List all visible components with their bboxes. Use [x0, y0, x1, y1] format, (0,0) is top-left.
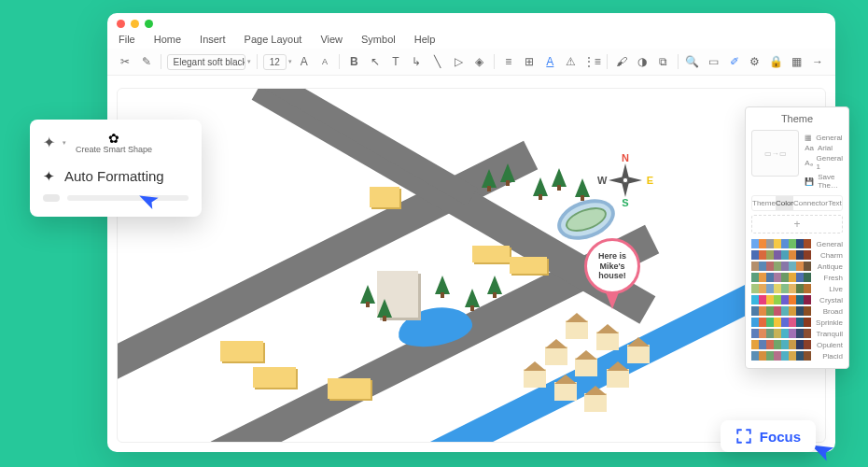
color-swatch[interactable]	[751, 329, 759, 338]
color-swatch[interactable]	[751, 318, 759, 327]
connector-icon[interactable]: ↳	[408, 52, 425, 71]
color-swatch[interactable]	[766, 351, 774, 361]
menu-help[interactable]: Help	[414, 34, 436, 45]
color-swatch[interactable]	[759, 295, 766, 304]
color-swatch[interactable]	[759, 273, 766, 282]
color-swatch[interactable]	[781, 273, 789, 282]
color-swatch[interactable]	[796, 239, 804, 248]
color-swatch[interactable]	[766, 306, 774, 316]
color-swatch[interactable]	[804, 239, 811, 248]
color-swatch[interactable]	[751, 250, 759, 260]
arrow-right-icon[interactable]: →	[809, 52, 826, 71]
drawing-canvas[interactable]: N S E W Here is Mike's house!	[117, 88, 826, 443]
color-swatch[interactable]	[781, 284, 789, 293]
color-swatch[interactable]	[804, 295, 811, 304]
color-swatch[interactable]	[766, 295, 774, 304]
color-swatch[interactable]	[774, 239, 781, 248]
auto-formatting-label[interactable]: Auto Formatting	[64, 168, 164, 184]
cursor-icon[interactable]: ↖	[367, 52, 384, 71]
slider-thumb[interactable]	[43, 194, 60, 202]
color-swatch[interactable]	[781, 329, 789, 338]
color-swatch[interactable]	[759, 239, 766, 248]
fill-icon[interactable]: 🖌	[613, 52, 630, 71]
menu-file[interactable]: File	[119, 34, 135, 45]
text-attrs-icon[interactable]: ⚠	[563, 52, 580, 71]
color-swatch[interactable]	[766, 318, 774, 327]
menu-insert[interactable]: Insert	[200, 34, 226, 45]
tab-connector[interactable]: Connector	[793, 196, 828, 210]
tab-theme[interactable]: Theme	[752, 196, 776, 210]
color-swatch[interactable]	[796, 250, 804, 260]
color-swatch[interactable]	[751, 295, 759, 304]
grid-icon[interactable]: ▦	[788, 52, 805, 71]
tab-text[interactable]: Text	[828, 196, 842, 210]
tab-color[interactable]: Color	[776, 196, 793, 210]
color-swatch[interactable]	[796, 351, 804, 361]
color-swatch[interactable]	[804, 329, 811, 338]
line-icon[interactable]: ╲	[429, 52, 446, 71]
color-swatch[interactable]	[766, 340, 774, 349]
cut-icon[interactable]: ✂	[117, 52, 133, 71]
color-swatch[interactable]	[796, 329, 804, 338]
color-swatch[interactable]	[751, 306, 759, 316]
add-theme-button[interactable]: +	[751, 215, 843, 234]
color-swatch[interactable]	[789, 295, 796, 304]
color-swatch[interactable]	[796, 284, 804, 293]
color-swatch[interactable]	[774, 295, 781, 304]
color-swatch[interactable]	[774, 250, 781, 260]
color-swatch[interactable]	[774, 284, 781, 293]
color-theme-row[interactable]: Broad	[751, 306, 843, 316]
text-tool-icon[interactable]: T	[387, 52, 404, 71]
color-swatch[interactable]	[781, 239, 789, 248]
color-swatch[interactable]	[766, 273, 774, 282]
color-swatch[interactable]	[774, 340, 781, 349]
color-swatch[interactable]	[804, 306, 811, 316]
create-smart-shape-label[interactable]: Create Smart Shape	[76, 146, 152, 155]
color-swatch[interactable]	[796, 340, 804, 349]
slider-track[interactable]	[67, 195, 189, 201]
color-swatch[interactable]	[766, 250, 774, 260]
smart-shape-icon[interactable]: ✿	[76, 131, 152, 146]
color-swatch[interactable]	[766, 239, 774, 248]
align-icon[interactable]: ≡	[499, 52, 516, 71]
chevron-down-icon[interactable]: ▾	[63, 139, 66, 147]
color-swatch[interactable]	[781, 340, 789, 349]
color-swatch[interactable]	[774, 318, 781, 327]
layers-icon[interactable]: ◈	[470, 52, 487, 71]
theme-preview[interactable]: ▭→▭	[751, 130, 799, 177]
menu-symbol[interactable]: Symbol	[361, 34, 396, 45]
color-swatch[interactable]	[759, 329, 766, 338]
distribute-icon[interactable]: ⊞	[521, 52, 538, 71]
color-swatch[interactable]	[766, 284, 774, 293]
menu-view[interactable]: View	[320, 34, 343, 45]
color-swatch[interactable]	[796, 295, 804, 304]
color-swatch[interactable]	[789, 351, 796, 361]
lock-icon[interactable]: 🔒	[767, 52, 784, 71]
color-swatch[interactable]	[759, 318, 766, 327]
color-swatch[interactable]	[759, 306, 766, 316]
color-swatch[interactable]	[751, 351, 759, 361]
color-swatch[interactable]	[781, 295, 789, 304]
color-swatch[interactable]	[796, 273, 804, 282]
color-swatch[interactable]	[766, 262, 774, 271]
color-swatch[interactable]	[751, 239, 759, 248]
color-swatch[interactable]	[789, 318, 796, 327]
color-swatch[interactable]	[804, 262, 811, 271]
color-swatch[interactable]	[759, 284, 766, 293]
color-swatch[interactable]	[774, 351, 781, 361]
increase-font-icon[interactable]: A	[296, 52, 313, 71]
color-theme-row[interactable]: General	[751, 239, 843, 248]
color-swatch[interactable]	[781, 306, 789, 316]
color-theme-row[interactable]: Fresh	[751, 273, 843, 282]
color-swatch[interactable]	[751, 273, 759, 282]
bullets-icon[interactable]: ⋮≡	[583, 52, 601, 71]
settings-icon[interactable]: ⚙	[747, 52, 763, 71]
color-swatch[interactable]	[781, 262, 789, 271]
color-swatch[interactable]	[759, 262, 766, 271]
callout-pin[interactable]: Here is Mike's house!	[584, 238, 640, 309]
color-swatch[interactable]	[804, 273, 811, 282]
sparkle-icon[interactable]: ✦	[43, 134, 55, 151]
color-swatch[interactable]	[789, 250, 796, 260]
font-size-select[interactable]: 12	[263, 54, 287, 70]
color-theme-row[interactable]: Tranquil	[751, 329, 843, 338]
